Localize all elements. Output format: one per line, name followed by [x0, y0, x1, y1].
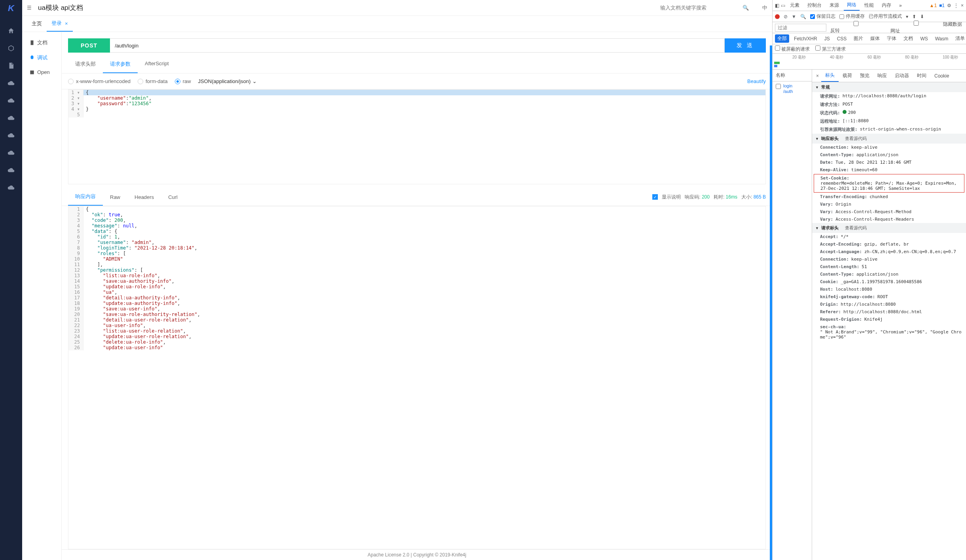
blocked-checkbox[interactable]: 被屏蔽的请求	[775, 45, 810, 53]
request-list: 名称 login/auth	[773, 70, 812, 560]
inspect-icon[interactable]: ◧	[775, 3, 779, 8]
tab-memory[interactable]: 内存	[879, 0, 894, 10]
type-filter[interactable]: 全部	[775, 34, 789, 43]
beautify-button[interactable]: Beautify	[747, 78, 766, 84]
request-checkbox[interactable]	[776, 84, 781, 89]
throttling-select[interactable]: 已停用节流模式	[869, 13, 902, 20]
kv-row: Connection:keep-alive	[812, 255, 966, 263]
close-icon[interactable]: ×	[65, 21, 68, 26]
document-icon[interactable]	[3, 58, 19, 74]
gear-icon[interactable]: ⚙	[947, 3, 951, 8]
tab-preview[interactable]: 预览	[856, 70, 873, 81]
upload-icon[interactable]: ⬆	[912, 14, 916, 19]
filter-icon[interactable]: ▼	[792, 14, 796, 19]
tab-headers[interactable]: 标头	[821, 70, 839, 82]
type-filter[interactable]: 清单	[953, 34, 966, 43]
issue-icon[interactable]: ■1	[939, 3, 945, 8]
kv-row: Content-Type:application/json	[812, 151, 966, 159]
detail-tabs: × 标头 载荷 预览 响应 启动器 时间 Cookie	[812, 70, 966, 82]
tab-resp-raw[interactable]: Raw	[103, 189, 127, 205]
tab-response[interactable]: 响应	[873, 70, 891, 81]
search-icon[interactable]: 🔍	[742, 5, 749, 11]
content-type-select[interactable]: JSON(application/json) ⌄	[198, 78, 257, 84]
type-filter[interactable]: 媒体	[868, 34, 882, 43]
sidebar-item-debug[interactable]: 调试	[24, 50, 60, 65]
invert-checkbox[interactable]: 反转	[830, 21, 886, 34]
clear-icon[interactable]: ⊘	[784, 14, 788, 19]
footer: Apache License 2.0 | Copyright © 2019-Kn…	[62, 549, 772, 560]
request-details: × 标头 载荷 预览 响应 启动器 时间 Cookie ▼常规请求网址:http…	[812, 70, 966, 560]
tab-login[interactable]: 登录×	[47, 16, 73, 32]
section-response-headers[interactable]: ▼响应标头查看源代码	[812, 134, 966, 144]
filter-input[interactable]	[775, 24, 826, 32]
hide-data-checkbox[interactable]: 隐藏数据网址	[890, 21, 964, 34]
tab-elements[interactable]: 元素	[787, 0, 803, 10]
tab-req-headers[interactable]: 请求头部	[68, 56, 103, 73]
cube-icon[interactable]	[3, 40, 19, 56]
tab-network[interactable]: 网络	[844, 0, 860, 11]
devtools-timeline[interactable]: 20 毫秒40 毫秒60 毫秒80 毫秒100 毫秒	[773, 54, 966, 70]
cloud-icon[interactable]	[3, 127, 19, 143]
cloud-icon[interactable]	[3, 75, 19, 91]
tab-initiator[interactable]: 启动器	[891, 70, 913, 81]
sidebar-item-open[interactable]: Open	[24, 65, 60, 79]
tab-console[interactable]: 控制台	[804, 0, 825, 10]
devtools-type-filters: 全部Fetch/XHRJSCSS图片媒体字体文档WSWasm清单其他 有已拦截的…	[773, 33, 966, 44]
third-party-checkbox[interactable]: 第三方请求	[815, 45, 845, 53]
request-body-editor[interactable]: 1 ▾{2 ▾ "username":"admin",3 ▾ "password…	[68, 89, 766, 184]
radio-form-data[interactable]: form-data	[138, 78, 168, 84]
preserve-log-checkbox[interactable]: 保留日志	[810, 13, 835, 20]
close-icon[interactable]: ×	[961, 3, 964, 8]
response-body-editor[interactable]: 1{2 "ok": true,3 "code": 200,4 "message"…	[68, 206, 766, 549]
radio-raw[interactable]: raw	[175, 78, 191, 84]
tab-payload[interactable]: 载荷	[839, 70, 856, 81]
cloud-icon[interactable]	[3, 180, 19, 195]
url-input[interactable]: /auth/login	[110, 38, 725, 53]
chevron-down-icon[interactable]: ▾	[906, 14, 908, 19]
type-filter[interactable]: WS	[918, 35, 930, 42]
tab-home[interactable]: 主页	[27, 16, 47, 32]
tab-cookies[interactable]: Cookie	[930, 71, 953, 81]
search-input[interactable]	[660, 5, 731, 11]
type-filter[interactable]: 图片	[851, 34, 866, 43]
home-icon[interactable]	[3, 23, 19, 39]
cloud-icon[interactable]	[3, 110, 19, 126]
disable-cache-checkbox[interactable]: 停用缓存	[839, 13, 865, 20]
search-icon[interactable]: 🔍	[800, 14, 806, 19]
language-toggle[interactable]: 中	[762, 4, 767, 11]
warning-icon[interactable]: ▲1	[930, 3, 937, 8]
type-filter[interactable]: JS	[822, 35, 832, 42]
tab-more[interactable]: »	[896, 1, 905, 10]
tab-performance[interactable]: 性能	[861, 0, 877, 10]
record-icon[interactable]	[775, 14, 780, 19]
download-icon[interactable]: ⬇	[920, 14, 924, 19]
tab-req-params[interactable]: 请求参数	[103, 56, 138, 73]
type-filter[interactable]: Wasm	[933, 35, 951, 42]
radio-form-url[interactable]: x-www-form-urlencoded	[68, 78, 131, 84]
tab-resp-curl[interactable]: Curl	[161, 189, 185, 205]
device-icon[interactable]: ▭	[781, 3, 785, 8]
type-filter[interactable]: 文档	[901, 34, 915, 43]
request-item[interactable]: login/auth	[773, 81, 812, 96]
tab-req-after[interactable]: AfterScript	[138, 56, 176, 73]
sidebar-item-doc[interactable]: 文档	[24, 35, 60, 50]
tab-resp-headers[interactable]: Headers	[127, 189, 161, 205]
tab-sources[interactable]: 来源	[826, 0, 842, 10]
cloud-icon[interactable]	[3, 162, 19, 178]
tab-timing[interactable]: 时间	[913, 70, 930, 81]
type-filter[interactable]: CSS	[835, 35, 849, 42]
send-button[interactable]: 发 送	[725, 38, 766, 53]
kv-row: Origin:http://localhost:8080	[812, 301, 966, 308]
section-request-headers[interactable]: ▼请求标头查看源代码	[812, 223, 966, 233]
menu-toggle-icon[interactable]: ☰	[27, 5, 32, 11]
section-general[interactable]: ▼常规	[812, 82, 966, 92]
tab-resp-content[interactable]: 响应内容	[68, 188, 103, 206]
cloud-icon[interactable]	[3, 93, 19, 108]
knife-main: ☰ ua模块 api文档 🔍 中 主页 登录× 文档 调试 Open POST …	[22, 0, 772, 560]
type-filter[interactable]: 字体	[885, 34, 899, 43]
checkbox-show-desc[interactable]: ✓	[652, 194, 658, 200]
close-icon[interactable]: ×	[814, 72, 821, 80]
cloud-icon[interactable]	[3, 145, 19, 161]
kebab-icon[interactable]: ⋮	[954, 3, 958, 8]
type-filter[interactable]: Fetch/XHR	[792, 35, 820, 42]
